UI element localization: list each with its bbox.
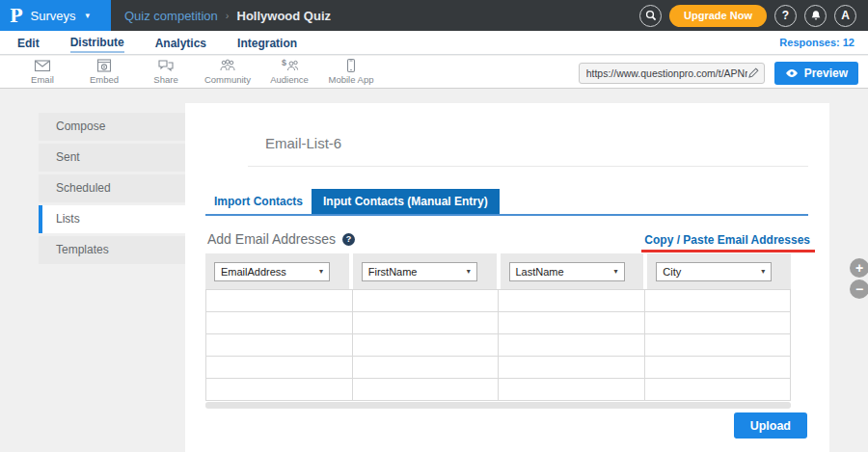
help-tooltip-icon[interactable]: ? bbox=[342, 233, 355, 246]
sidebar-item-scheduled[interactable]: Scheduled bbox=[39, 174, 185, 202]
distribute-toolbar: Email Embed Share Community $ Audience M… bbox=[0, 56, 868, 89]
column-select-city[interactable]: City ▾ bbox=[656, 262, 772, 281]
contact-cell[interactable] bbox=[352, 357, 500, 378]
contact-cell[interactable] bbox=[498, 290, 645, 311]
share-icon bbox=[156, 58, 176, 73]
column-select-value: LastName bbox=[516, 266, 564, 278]
breadcrumb-parent[interactable]: Quiz competition bbox=[124, 9, 218, 23]
remove-row-button[interactable]: − bbox=[850, 279, 868, 299]
preview-button[interactable]: Preview bbox=[774, 62, 858, 85]
nav-tab-edit[interactable]: Edit bbox=[17, 34, 40, 52]
toolbar-item-email[interactable]: Email bbox=[12, 58, 73, 85]
contact-cell[interactable] bbox=[644, 312, 792, 333]
column-select-email-address[interactable]: EmailAddress ▾ bbox=[214, 262, 330, 281]
sidebar-item-sent[interactable]: Sent bbox=[39, 144, 185, 172]
contact-cell[interactable] bbox=[644, 290, 792, 311]
questionpro-logo: P bbox=[10, 6, 23, 26]
contact-cell[interactable] bbox=[498, 334, 645, 356]
sidebar-item-lists[interactable]: Lists bbox=[39, 205, 185, 233]
column-select-first-name[interactable]: FirstName ▾ bbox=[362, 262, 477, 281]
contact-cell[interactable] bbox=[205, 290, 353, 311]
contact-cell[interactable] bbox=[644, 379, 792, 400]
column-select-value: FirstName bbox=[368, 266, 418, 278]
survey-url-box bbox=[579, 63, 765, 84]
column-header-cell: EmailAddress ▾ bbox=[205, 253, 353, 289]
community-icon bbox=[218, 58, 237, 73]
contacts-tabbar: Import Contacts Input Contacts (Manual E… bbox=[205, 189, 808, 216]
toolbar-item-label: Community bbox=[204, 74, 251, 85]
add-email-addresses-heading: Add Email Addresses bbox=[207, 231, 336, 247]
column-select-value: City bbox=[663, 266, 681, 278]
contacts-grid: EmailAddress ▾ FirstName ▾ LastName bbox=[205, 253, 791, 409]
toolbar-item-audience[interactable]: $ Audience bbox=[258, 58, 320, 85]
eye-icon bbox=[785, 68, 799, 78]
contact-cell[interactable] bbox=[205, 334, 353, 356]
toolbar-item-mobile-app[interactable]: Mobile App bbox=[320, 58, 382, 85]
toolbar-item-embed[interactable]: Embed bbox=[73, 58, 135, 85]
avatar[interactable]: A bbox=[834, 5, 856, 27]
search-icon bbox=[645, 10, 657, 21]
toolbar-item-share[interactable]: Share bbox=[135, 58, 197, 85]
add-row-button[interactable]: + bbox=[850, 258, 868, 278]
horizontal-scrollbar[interactable] bbox=[205, 402, 791, 409]
product-label: Surveys bbox=[31, 9, 76, 23]
search-button[interactable] bbox=[639, 5, 662, 27]
svg-text:$: $ bbox=[282, 58, 286, 67]
chevron-down-icon: ▾ bbox=[319, 267, 323, 276]
contact-cell[interactable] bbox=[205, 379, 353, 400]
avatar-initial: A bbox=[841, 9, 850, 22]
column-header-cell: LastName ▾ bbox=[501, 253, 648, 289]
copy-paste-email-addresses-link[interactable]: Copy / Paste Email Addresses bbox=[644, 233, 810, 247]
contact-cell[interactable] bbox=[205, 312, 353, 333]
notifications-button[interactable] bbox=[804, 5, 827, 27]
upgrade-now-button[interactable]: Upgrade Now bbox=[669, 5, 767, 27]
help-button[interactable]: ? bbox=[774, 5, 797, 27]
contact-cell[interactable] bbox=[205, 357, 353, 378]
contact-cell[interactable] bbox=[498, 379, 645, 400]
question-mark-icon: ? bbox=[782, 9, 789, 22]
chevron-down-icon: ▾ bbox=[613, 267, 617, 276]
contact-cell[interactable] bbox=[644, 334, 792, 356]
tab-input-contacts-manual[interactable]: Input Contacts (Manual Entry) bbox=[312, 189, 500, 214]
row-controls: + − bbox=[850, 258, 868, 299]
contact-cell[interactable] bbox=[352, 312, 500, 333]
contact-cell[interactable] bbox=[644, 357, 792, 378]
email-icon bbox=[33, 58, 52, 73]
survey-url-input[interactable] bbox=[586, 67, 747, 79]
contacts-grid-wrap: EmailAddress ▾ FirstName ▾ LastName bbox=[205, 253, 829, 409]
sidebar-item-templates[interactable]: Templates bbox=[39, 236, 185, 264]
toolbar-item-community[interactable]: Community bbox=[197, 58, 258, 85]
contact-row bbox=[205, 311, 791, 333]
toolbar-item-label: Mobile App bbox=[328, 74, 373, 85]
nav-tab-analytics[interactable]: Analytics bbox=[155, 34, 206, 52]
preview-label: Preview bbox=[804, 66, 848, 80]
contact-cell[interactable] bbox=[498, 312, 645, 333]
nav-tab-distribute[interactable]: Distribute bbox=[70, 33, 124, 53]
column-select-value: EmailAddress bbox=[221, 266, 286, 278]
surveys-product-menu[interactable]: P Surveys ▾ bbox=[0, 0, 111, 31]
edit-pencil-icon[interactable] bbox=[747, 67, 759, 79]
column-select-last-name[interactable]: LastName ▾ bbox=[509, 262, 625, 281]
contact-cell[interactable] bbox=[352, 290, 500, 311]
contact-cell[interactable] bbox=[352, 334, 500, 356]
toolbar-item-label: Embed bbox=[90, 74, 119, 85]
nav-tab-integration[interactable]: Integration bbox=[237, 34, 297, 52]
breadcrumb-separator-icon: › bbox=[226, 10, 230, 21]
sidebar-item-compose[interactable]: Compose bbox=[39, 113, 185, 141]
mobile-app-icon bbox=[341, 58, 361, 73]
title-divider bbox=[248, 166, 808, 167]
upload-button[interactable]: Upload bbox=[734, 412, 807, 439]
contact-row bbox=[205, 333, 791, 356]
topbar-actions: Upgrade Now ? A bbox=[639, 5, 868, 27]
contacts-grid-header: EmailAddress ▾ FirstName ▾ LastName bbox=[205, 253, 791, 289]
contact-cell[interactable] bbox=[352, 379, 500, 400]
audience-icon: $ bbox=[279, 58, 300, 73]
responses-count: Responses: 12 bbox=[779, 37, 854, 48]
contact-row bbox=[205, 289, 791, 311]
embed-icon bbox=[95, 58, 114, 73]
survey-nav: Edit Distribute Analytics Integration Re… bbox=[0, 31, 868, 55]
tab-import-contacts[interactable]: Import Contacts bbox=[205, 189, 312, 214]
contact-cell[interactable] bbox=[498, 357, 645, 378]
chevron-down-icon: ▾ bbox=[86, 11, 91, 20]
email-sidebar: Compose Sent Scheduled Lists Templates bbox=[39, 103, 185, 267]
